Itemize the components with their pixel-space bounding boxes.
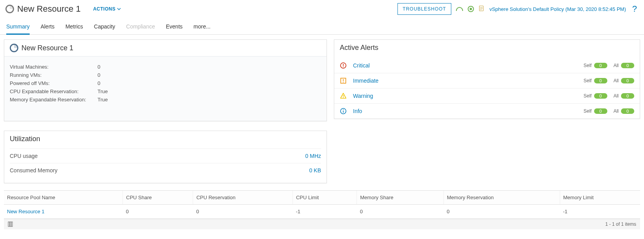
alert-row-immediate: Immediate Self0 All0: [334, 73, 640, 88]
all-label: All: [614, 108, 619, 114]
summary-label: Powered off VMs:: [10, 80, 94, 86]
active-alerts-card: Active Alerts Critical Self0 All0 Immedi…: [334, 39, 640, 119]
utilization-card: Utilization CPU usage0 MHzConsumed Memor…: [4, 131, 327, 183]
tab-metrics[interactable]: Metrics: [66, 19, 83, 34]
active-alerts-title: Active Alerts: [340, 44, 378, 52]
column-header[interactable]: Memory Share: [357, 191, 444, 205]
svg-rect-15: [8, 222, 9, 227]
all-count-badge: 0: [621, 78, 634, 83]
column-header[interactable]: Memory Limit: [560, 191, 640, 205]
alert-level-link[interactable]: Info: [353, 108, 577, 114]
tab-alerts[interactable]: Alerts: [41, 19, 55, 34]
summary-row: Running VMs:0: [10, 71, 321, 79]
summary-label: Virtual Machines:: [10, 64, 94, 70]
warning-icon: [340, 92, 347, 99]
cell: -1: [293, 205, 357, 219]
column-header[interactable]: Memory Reservation: [444, 191, 560, 205]
cell: 0: [193, 205, 293, 219]
util-value[interactable]: 0 KB: [309, 167, 321, 173]
self-label: Self: [584, 108, 592, 114]
summary-value: 0: [98, 72, 100, 78]
svg-point-13: [343, 110, 344, 110]
policy-icon: [479, 5, 485, 13]
health-badge-icon: [456, 7, 463, 11]
policy-link[interactable]: vSphere Solution's Default Policy (Mar 3…: [490, 6, 626, 12]
tab-more-[interactable]: more...: [193, 19, 211, 34]
svg-point-6: [343, 67, 344, 67]
self-count-badge: 0: [594, 93, 607, 99]
summary-label: Running VMs:: [10, 72, 94, 78]
self-label: Self: [584, 78, 592, 83]
svg-rect-17: [11, 222, 12, 227]
svg-point-9: [343, 82, 344, 83]
help-icon[interactable]: ?: [632, 4, 637, 14]
utilization-row: CPU usage0 MHz: [10, 149, 321, 163]
troubleshoot-button[interactable]: TROUBLESHOOT: [397, 3, 451, 15]
status-ok-icon: [468, 6, 474, 12]
util-label: Consumed Memory: [10, 167, 57, 173]
grid-footer-text: 1 - 1 of 1 items: [605, 221, 636, 227]
all-label: All: [614, 93, 619, 99]
summary-row: Powered off VMs:0: [10, 79, 321, 87]
self-label: Self: [584, 93, 592, 99]
cell: -1: [560, 205, 640, 219]
self-count-badge: 0: [594, 78, 607, 83]
all-label: All: [614, 78, 619, 83]
self-count-badge: 0: [594, 63, 607, 68]
column-header[interactable]: CPU Reservation: [193, 191, 293, 205]
resource-pool-icon: [5, 5, 14, 13]
resource-name-cell[interactable]: New Resource 1: [4, 205, 123, 219]
summary-value: True: [98, 97, 108, 103]
tab-capacity[interactable]: Capacity: [94, 19, 115, 34]
svg-point-1: [470, 8, 472, 10]
summary-value: 0: [98, 64, 100, 70]
chevron-down-icon: [117, 7, 121, 11]
actions-label: ACTIONS: [93, 6, 116, 12]
actions-button[interactable]: ACTIONS: [93, 6, 121, 12]
utilization-title: Utilization: [10, 135, 40, 143]
summary-value: 0: [98, 80, 100, 86]
tab-summary[interactable]: Summary: [6, 19, 30, 34]
alert-level-link[interactable]: Immediate: [353, 78, 577, 84]
immediate-icon: [340, 77, 347, 84]
all-label: All: [614, 63, 619, 68]
all-count-badge: 0: [621, 108, 634, 114]
column-header[interactable]: Resource Pool Name: [4, 191, 123, 205]
all-count-badge: 0: [621, 93, 634, 99]
summary-title: New Resource 1: [21, 44, 73, 52]
table-row[interactable]: New Resource 1 0 0 -1 0 0 -1: [4, 205, 640, 219]
alert-level-link[interactable]: Warning: [353, 93, 577, 99]
alert-row-info: Info Self0 All0: [334, 103, 640, 119]
column-header[interactable]: CPU Limit: [293, 191, 357, 205]
summary-value: True: [98, 89, 108, 94]
summary-row: Memory Expandable Reservation:True: [10, 96, 321, 104]
summary-label: CPU Expandable Reservation:: [10, 89, 94, 94]
self-count-badge: 0: [594, 108, 607, 114]
column-picker-icon[interactable]: [8, 221, 13, 227]
cell: 0: [357, 205, 444, 219]
resource-pool-icon: [10, 44, 18, 52]
svg-rect-16: [10, 222, 11, 227]
utilization-row: Consumed Memory0 KB: [10, 163, 321, 177]
util-value[interactable]: 0 MHz: [305, 153, 321, 159]
summary-row: CPU Expandable Reservation:True: [10, 87, 321, 96]
summary-label: Memory Expandable Reservation:: [10, 97, 94, 103]
info-icon: [340, 108, 347, 115]
critical-icon: [340, 62, 347, 69]
cell: 0: [123, 205, 193, 219]
alert-level-link[interactable]: Critical: [353, 62, 577, 69]
page-title: New Resource 1: [17, 4, 81, 14]
alert-row-critical: Critical Self0 All0: [334, 58, 640, 73]
cell: 0: [444, 205, 560, 219]
tab-events[interactable]: Events: [166, 19, 183, 34]
all-count-badge: 0: [621, 63, 634, 68]
summary-card: New Resource 1 Virtual Machines:0Running…: [4, 39, 327, 121]
self-label: Self: [584, 63, 592, 68]
column-header[interactable]: CPU Share: [123, 191, 193, 205]
svg-point-11: [343, 97, 344, 98]
alert-row-warning: Warning Self0 All0: [334, 88, 640, 103]
util-label: CPU usage: [10, 153, 38, 159]
resource-grid: Resource Pool NameCPU ShareCPU Reservati…: [4, 190, 640, 229]
summary-row: Virtual Machines:0: [10, 63, 321, 71]
tab-compliance: Compliance: [126, 19, 155, 34]
